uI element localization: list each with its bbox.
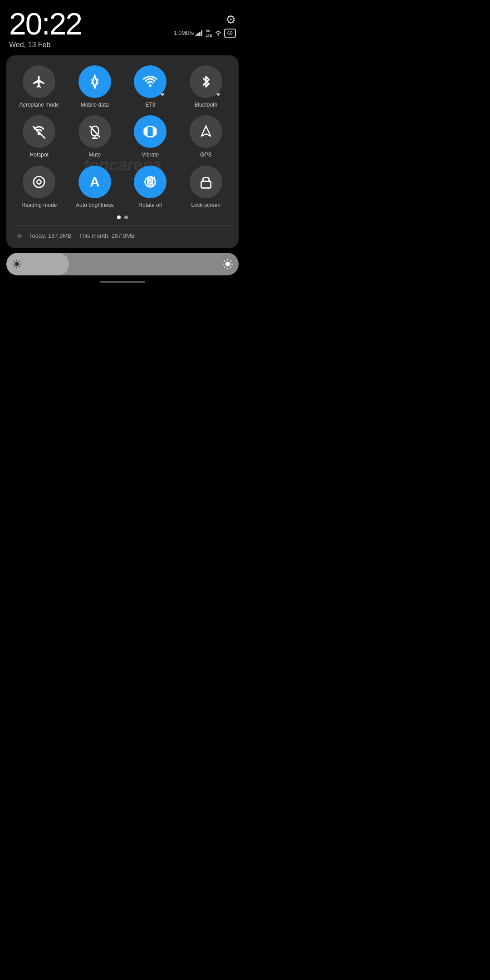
svg-line-38 (230, 260, 231, 261)
page-dot-2[interactable] (124, 216, 128, 219)
bluetooth-label: Bluetooth (194, 102, 217, 108)
svg-line-27 (19, 266, 20, 267)
svg-line-36 (230, 267, 231, 268)
signal-icon (196, 30, 204, 36)
svg-point-17 (37, 180, 41, 184)
et3-label: ET3 (145, 102, 155, 108)
bluetooth-icon-circle (190, 65, 222, 98)
wifi-status-icon (214, 30, 222, 36)
data-usage-dot (17, 234, 22, 238)
vibrate-label: Vibrate (142, 152, 159, 158)
rotate-off-icon-circle (134, 166, 167, 198)
svg-line-35 (224, 260, 225, 261)
svg-line-37 (224, 267, 225, 268)
toggle-mobile-data[interactable]: Mobile data (69, 65, 121, 108)
mute-label: Mute (88, 152, 101, 158)
toggle-auto-brightness[interactable]: A Auto brightness (69, 166, 121, 208)
toggle-grid-row2: Hotspot Mute (14, 115, 231, 158)
svg-line-26 (14, 261, 15, 262)
vibrate-icon-circle (134, 115, 167, 148)
svg-rect-1 (197, 33, 199, 36)
status-bar: 20:22 Wed, 13 Feb ⚙ 1.0MB/s VoLTE (0, 0, 245, 49)
svg-rect-20 (201, 181, 211, 188)
aeroplane-label: Aeroplane mode (19, 102, 59, 108)
rotate-off-label: Rotate off (138, 202, 162, 208)
et3-icon-circle (134, 65, 167, 98)
hotspot-label: Hotspot (30, 152, 49, 158)
data-month: This month: 187.9MB (79, 232, 135, 239)
lock-screen-label: Lock screen (191, 202, 220, 208)
battery-icon: 69 (224, 29, 236, 38)
lock-screen-icon-circle (190, 166, 222, 198)
toggle-rotate-off[interactable]: Rotate off (125, 166, 176, 208)
quick-settings-panel: foncarena Aeroplane mode Mobile data (6, 55, 239, 248)
svg-point-16 (34, 176, 44, 187)
toggle-aeroplane[interactable]: Aeroplane mode (14, 65, 65, 108)
toggle-grid-row1: Aeroplane mode Mobile data (14, 65, 231, 108)
time-block: 20:22 Wed, 13 Feb (9, 8, 82, 49)
clock-date: Wed, 13 Feb (9, 41, 82, 49)
svg-point-5 (149, 84, 152, 87)
mobile-data-label: Mobile data (81, 102, 109, 108)
svg-point-4 (217, 34, 219, 36)
brightness-max-icon (222, 259, 233, 270)
svg-rect-2 (199, 32, 201, 36)
data-today: Today: 187.9MB (29, 232, 72, 239)
svg-rect-3 (201, 30, 202, 36)
toggle-mute[interactable]: Mute (69, 115, 121, 158)
svg-line-29 (19, 261, 20, 262)
hotspot-icon-circle (23, 115, 55, 148)
toggle-et3[interactable]: ET3 (125, 65, 176, 108)
brightness-bar[interactable] (6, 253, 239, 275)
svg-rect-0 (196, 34, 197, 36)
clock-time: 20:22 (9, 8, 82, 39)
auto-brightness-icon-circle: A (78, 166, 111, 198)
letter-a-icon: A (90, 174, 100, 190)
status-icons: 1.0MB/s VoLTE 69 (174, 29, 236, 38)
toggle-vibrate[interactable]: Vibrate (125, 115, 176, 158)
data-usage: Today: 187.9MB This month: 187.9MB (14, 230, 231, 241)
toggle-bluetooth[interactable]: Bluetooth (181, 65, 232, 108)
gps-label: GPS (200, 152, 211, 158)
brightness-min-icon (12, 259, 22, 269)
reading-mode-icon-circle (23, 166, 55, 198)
svg-point-30 (225, 262, 230, 266)
home-indicator (0, 281, 245, 283)
toggle-hotspot[interactable]: Hotspot (14, 115, 65, 158)
svg-point-21 (15, 262, 19, 266)
divider (14, 225, 231, 226)
volte-icon: VoLTE (206, 29, 212, 38)
mute-icon-circle (78, 115, 111, 148)
toggle-gps[interactable]: GPS (181, 115, 232, 158)
svg-rect-11 (147, 127, 153, 137)
aeroplane-icon-circle (23, 65, 55, 98)
home-bar[interactable] (100, 281, 145, 283)
gps-icon-circle (190, 115, 222, 148)
svg-line-28 (14, 266, 15, 267)
toggle-reading-mode[interactable]: Reading mode (14, 166, 65, 208)
auto-brightness-label: Auto brightness (76, 202, 113, 208)
settings-icon[interactable]: ⚙ (225, 13, 236, 27)
mobile-data-icon-circle (78, 65, 111, 98)
speed-indicator: 1.0MB/s (174, 30, 194, 36)
status-right: ⚙ 1.0MB/s VoLTE 69 (174, 8, 236, 38)
reading-mode-label: Reading mode (21, 202, 57, 208)
page-dots (14, 216, 231, 219)
page-dot-1[interactable] (117, 216, 121, 219)
toggle-grid-row3: Reading mode A Auto brightness Rotate of… (14, 166, 231, 208)
toggle-lock-screen[interactable]: Lock screen (181, 166, 232, 208)
